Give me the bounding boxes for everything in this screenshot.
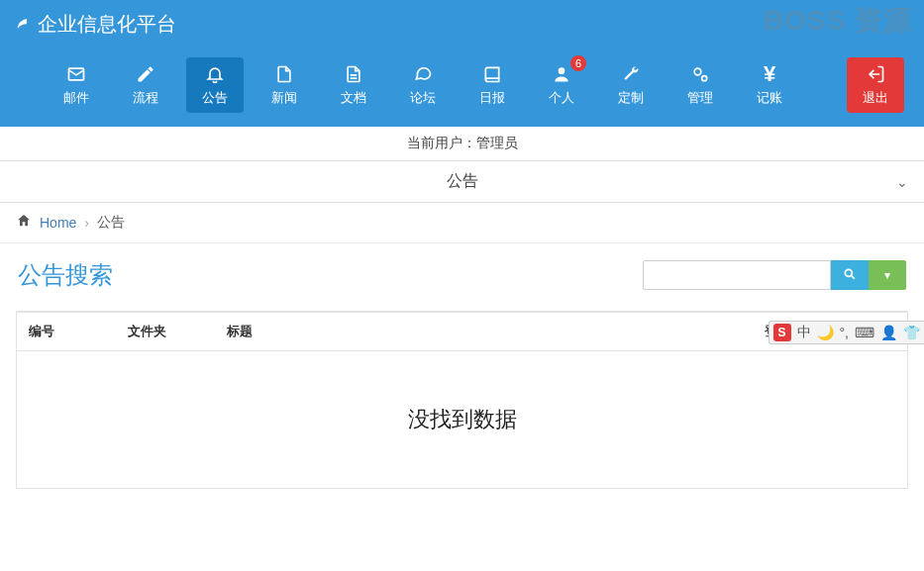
badge-count: 6 (570, 55, 586, 71)
nav-label: 退出 (863, 89, 888, 107)
search-button[interactable] (831, 260, 869, 290)
keyboard-icon[interactable]: ⌨ (855, 325, 874, 340)
app-title: 企业信息化平台 (38, 11, 176, 38)
section-title: 公告 (447, 172, 478, 189)
search-row: 公告搜索 ▾ (0, 243, 924, 297)
nav-label: 新闻 (271, 89, 297, 107)
nav-label: 日报 (479, 89, 505, 107)
logout-icon (866, 63, 885, 85)
chat-icon (413, 63, 433, 85)
leaf-icon (14, 13, 32, 36)
nav-daily[interactable]: 日报 (463, 57, 521, 113)
moon-icon[interactable]: 🌙 (817, 325, 834, 340)
nav-profile[interactable]: 6 个人 (533, 57, 590, 113)
search-controls: ▾ (643, 260, 906, 290)
nav-forum[interactable]: 论坛 (394, 57, 452, 113)
breadcrumb-home-link[interactable]: Home (40, 215, 76, 231)
nav-label: 流程 (133, 89, 158, 107)
empty-row: 没找到数据 (17, 351, 907, 489)
ime-punct-icon[interactable]: °, (840, 325, 850, 340)
ime-toolbar[interactable]: S 中 🌙 °, ⌨ 👤 👕 (769, 321, 925, 344)
nav-label: 定制 (618, 89, 644, 107)
pencil-icon (136, 63, 155, 85)
col-folder: 文件夹 (116, 313, 215, 351)
wrench-icon (621, 63, 641, 85)
nav-custom[interactable]: 定制 (602, 57, 660, 113)
header-bar: 企业信息化平台 (0, 0, 924, 48)
nav-label: 公告 (202, 89, 228, 107)
nav-docs[interactable]: 文档 (325, 57, 382, 113)
svg-point-1 (559, 67, 565, 74)
ime-lang[interactable]: 中 (797, 324, 811, 341)
breadcrumb-current: 公告 (97, 214, 125, 232)
sogou-icon[interactable]: S (773, 324, 791, 341)
doc-icon (344, 63, 363, 85)
gear-icon (690, 63, 710, 85)
ime-shirt-icon[interactable]: 👕 (903, 325, 920, 340)
nav-label: 管理 (687, 89, 713, 107)
empty-message: 没找到数据 (17, 351, 907, 489)
search-input[interactable] (643, 260, 831, 290)
page-icon (274, 63, 294, 85)
nav-label: 邮件 (63, 89, 89, 107)
chevron-down-icon: ▾ (884, 268, 890, 282)
nav-bar: BOSS 资源 邮件 流程 公告 新闻 文档 论坛 日报 6 个人 定制 管理 (0, 48, 924, 127)
mail-icon (66, 63, 86, 85)
home-icon (16, 213, 32, 233)
book-icon (482, 63, 502, 85)
svg-point-3 (702, 76, 707, 81)
breadcrumb-sep: › (84, 215, 89, 231)
ime-user-icon[interactable]: 👤 (880, 325, 897, 340)
bell-icon (205, 63, 225, 85)
nav-news[interactable]: 新闻 (256, 57, 313, 113)
search-icon (843, 268, 857, 284)
nav-label: 文档 (341, 89, 366, 107)
col-title: 标题 (215, 313, 719, 351)
section-collapser[interactable]: 公告 ⌄ (0, 161, 924, 203)
search-title: 公告搜索 (18, 259, 113, 291)
nav-notice[interactable]: 公告 (186, 57, 244, 113)
current-user: 管理员 (476, 135, 518, 150)
nav-logout[interactable]: 退出 (847, 57, 904, 113)
more-button[interactable]: ▾ (869, 260, 906, 290)
nav-label: 记账 (757, 89, 782, 107)
nav-manage[interactable]: 管理 (671, 57, 729, 113)
svg-point-4 (845, 269, 852, 276)
status-row: 当前用户：管理员 (0, 127, 924, 161)
yen-icon: ¥ (764, 63, 775, 85)
nav-label: 个人 (549, 89, 574, 107)
status-label: 当前用户： (407, 135, 476, 150)
breadcrumb: Home › 公告 (0, 203, 924, 243)
col-id: 编号 (17, 313, 116, 351)
nav-label: 论坛 (410, 89, 436, 107)
nav-ledger[interactable]: ¥ 记账 (741, 57, 798, 113)
nav-mail[interactable]: 邮件 (48, 57, 105, 113)
user-icon (552, 63, 571, 85)
chevron-down-icon: ⌄ (896, 174, 908, 190)
svg-point-2 (694, 68, 701, 75)
nav-flow[interactable]: 流程 (117, 57, 174, 113)
